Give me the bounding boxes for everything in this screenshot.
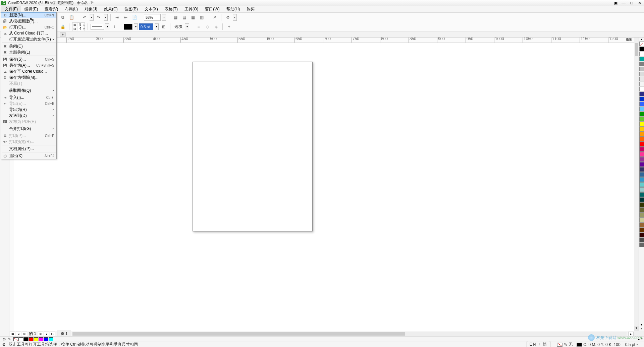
maximize-button[interactable]: □: [629, 1, 635, 5]
page-last-icon[interactable]: ⏭: [50, 332, 55, 336]
palette-swatch[interactable]: [639, 62, 644, 66]
menu-item-new[interactable]: 🗋新建(N)...Ctrl+N: [1, 12, 56, 18]
menu-item-save-cloud[interactable]: ☁保存至 Corel Cloud...: [1, 68, 56, 74]
vertical-scrollbar[interactable]: ▾: [634, 43, 639, 331]
menu-item-save-template[interactable]: 🗎保存为模版(M)...: [1, 74, 56, 80]
fill-indicator[interactable]: ✎ 无: [557, 342, 573, 347]
menu-view[interactable]: 查看(V): [41, 6, 61, 13]
bottom-none-swatch[interactable]: [13, 337, 18, 341]
palette-swatch[interactable]: [639, 122, 644, 127]
bottom-swatch[interactable]: [29, 337, 33, 341]
line-style-dropdown[interactable]: ▾: [105, 23, 109, 30]
line-start-icon[interactable]: ⟟: [111, 23, 118, 30]
options-gear-icon[interactable]: ⚙: [224, 14, 231, 21]
menu-help[interactable]: 帮助(H): [223, 6, 244, 13]
menu-item-send-to[interactable]: 发送到(D)▸: [1, 113, 56, 119]
palette-swatch[interactable]: [639, 152, 644, 157]
menu-item-close-all[interactable]: 🗙全部关闭(L): [1, 49, 56, 55]
palette-swatch[interactable]: [639, 232, 644, 237]
menu-item-import[interactable]: ⇥导入(I)...Ctrl+I: [1, 94, 56, 100]
palette-swatch[interactable]: [639, 92, 644, 96]
palette-swatch[interactable]: [639, 197, 644, 202]
menu-item-close[interactable]: 🗙关闭(C): [1, 43, 56, 49]
menu-layout[interactable]: 布局(L): [61, 6, 81, 13]
page-add-before-icon[interactable]: ⊕: [22, 332, 27, 336]
snap-icon[interactable]: ▤: [180, 14, 188, 21]
palette-swatch[interactable]: [639, 82, 644, 86]
menu-item-open[interactable]: 📂打开(O)...Ctrl+O: [1, 24, 56, 30]
border-options-icon[interactable]: ⊞: [160, 23, 167, 30]
options-dropdown[interactable]: ▾: [233, 14, 237, 21]
menu-item-merge-print[interactable]: 合并打印(G)▸: [1, 126, 56, 132]
zoom-input[interactable]: [144, 14, 161, 21]
distribute-icon[interactable]: ◇: [204, 23, 211, 30]
palette-down-icon[interactable]: ▾: [639, 323, 644, 327]
palette-swatch[interactable]: [639, 217, 644, 222]
palette-swatch[interactable]: [639, 242, 644, 247]
palette-swatch[interactable]: [639, 222, 644, 227]
palette-swatch[interactable]: [639, 227, 644, 232]
menu-edit[interactable]: 编辑(E): [21, 6, 41, 13]
menu-item-save[interactable]: 💾保存(S)...Ctrl+S: [1, 56, 56, 62]
palette-swatch[interactable]: [639, 182, 644, 187]
bottom-swatch[interactable]: [44, 337, 48, 341]
palette-expand-icon[interactable]: ◂: [639, 327, 644, 331]
palette-swatch[interactable]: [639, 162, 644, 167]
menu-text[interactable]: 文本(X): [141, 6, 161, 13]
palette-swatch[interactable]: [639, 102, 644, 107]
palette-up-icon[interactable]: ▴: [639, 38, 644, 42]
publish-pdf-icon[interactable]: 📄: [131, 14, 138, 21]
align-icon[interactable]: ◈: [212, 23, 220, 30]
guides-icon[interactable]: ▥: [198, 14, 205, 21]
menu-item-save-as[interactable]: 💾另存为(A)...Ctrl+Shift+S: [1, 62, 56, 68]
palette-swatch[interactable]: [639, 157, 644, 162]
palette-swatch[interactable]: [639, 192, 644, 197]
scroll-thumb[interactable]: [635, 43, 638, 56]
palette-swatch[interactable]: [639, 57, 644, 61]
palette-swatch[interactable]: [639, 112, 644, 117]
page-add-after-icon[interactable]: ⊕: [38, 332, 43, 336]
add-tab-button[interactable]: ＋: [60, 32, 66, 37]
palette-swatch[interactable]: [639, 67, 644, 71]
lock-icon[interactable]: 🔒: [59, 23, 66, 30]
import-icon[interactable]: ⇥: [113, 14, 121, 21]
outline-width-dropdown[interactable]: ▾: [155, 23, 159, 30]
bottom-swatch[interactable]: [49, 337, 53, 341]
menu-item-export-as[interactable]: 导出为(R)▸: [1, 107, 56, 113]
page-next-icon[interactable]: ▸: [44, 332, 49, 336]
minimize-button[interactable]: —: [621, 1, 627, 5]
horizontal-scrollbar[interactable]: [72, 332, 627, 336]
redo-dropdown[interactable]: ▾: [104, 14, 108, 21]
menu-window[interactable]: 窗口(W): [202, 6, 223, 13]
menu-bitmap[interactable]: 位图(B): [121, 6, 141, 13]
menu-item-doc-props[interactable]: 文档属性(P)...: [1, 146, 56, 152]
options-label[interactable]: 选项: [173, 24, 184, 29]
palette-swatch[interactable]: [639, 47, 644, 51]
bottom-swatch[interactable]: [39, 337, 43, 341]
bottom-swatch[interactable]: [18, 337, 23, 341]
palette-swatch[interactable]: [639, 97, 644, 101]
copy-icon[interactable]: ⧉: [59, 14, 66, 21]
bottom-swatch[interactable]: [34, 337, 38, 341]
scroll-down-icon[interactable]: ▾: [634, 326, 639, 331]
palette-swatch[interactable]: [639, 117, 644, 122]
menu-buy[interactable]: 购买: [243, 6, 258, 13]
zoom-dropdown[interactable]: ▾: [162, 14, 166, 21]
ime-indicator[interactable]: EN ♪ 简: [527, 341, 550, 347]
menu-table[interactable]: 表格(T): [161, 6, 181, 13]
canvas-viewport[interactable]: [14, 43, 634, 331]
outline-color-swatch[interactable]: [124, 24, 132, 30]
palette-swatch[interactable]: [639, 132, 644, 137]
palette-swatch[interactable]: [639, 202, 644, 207]
menu-tools[interactable]: 工具(O): [181, 6, 202, 13]
palette-swatch[interactable]: [639, 187, 644, 192]
palette-swatch[interactable]: [639, 177, 644, 182]
menu-item-new-from-template[interactable]: 🗐从模板新建(F)...: [1, 18, 56, 24]
undo-dropdown[interactable]: ▾: [90, 14, 94, 21]
options-label-dropdown[interactable]: ▾: [185, 23, 189, 30]
redo-icon[interactable]: ↷: [95, 14, 102, 21]
palette-swatch[interactable]: [639, 167, 644, 172]
fullscreen-icon[interactable]: ▦: [172, 14, 179, 21]
palette-swatch[interactable]: [639, 212, 644, 217]
add-icon[interactable]: ＋: [225, 23, 233, 30]
